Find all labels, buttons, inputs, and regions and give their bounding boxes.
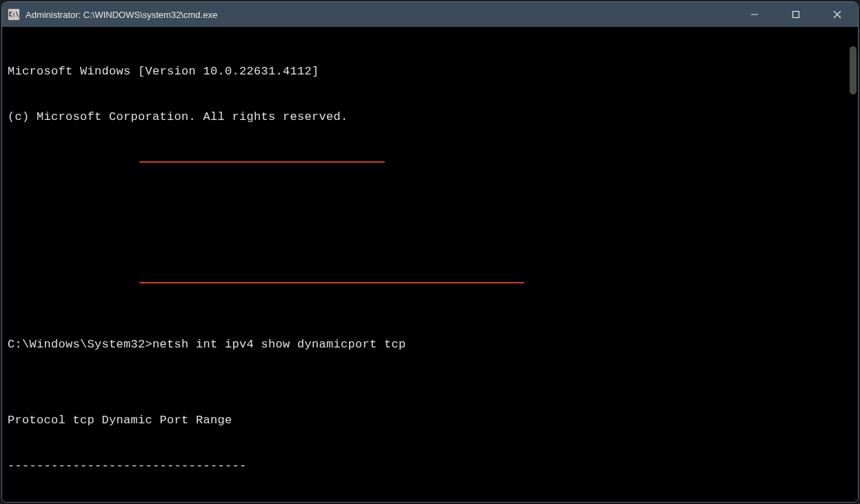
- terminal-line: C:\Windows\System32>netsh int ipv4 show …: [8, 337, 852, 352]
- annotation-underline: [139, 161, 385, 163]
- terminal-line: ---------------------------------: [8, 458, 852, 474]
- terminal-line: Microsoft Windows [Version 10.0.22631.41…: [8, 64, 852, 79]
- window-controls: [734, 2, 858, 27]
- cmd-window: C:\ Administrator: C:\WINDOWS\system32\c…: [1, 1, 859, 503]
- window-title: Administrator: C:\WINDOWS\system32\cmd.e…: [26, 10, 734, 20]
- svg-rect-1: [793, 12, 799, 18]
- terminal-output[interactable]: Microsoft Windows [Version 10.0.22631.41…: [2, 27, 858, 503]
- maximize-button[interactable]: [775, 2, 817, 27]
- close-button[interactable]: [817, 2, 858, 27]
- close-icon: [833, 10, 841, 19]
- titlebar[interactable]: C:\ Administrator: C:\WINDOWS\system32\c…: [2, 2, 858, 27]
- scrollbar-track[interactable]: [847, 27, 857, 501]
- maximize-icon: [792, 10, 800, 19]
- scrollbar-thumb[interactable]: [850, 46, 857, 94]
- cmd-icon: C:\: [8, 8, 20, 21]
- minimize-icon: [750, 10, 759, 19]
- terminal-line: Protocol tcp Dynamic Port Range: [8, 413, 852, 428]
- annotation-underline: [139, 282, 524, 283]
- minimize-button[interactable]: [734, 2, 775, 27]
- terminal-line: (c) Microsoft Corporation. All rights re…: [8, 110, 852, 125]
